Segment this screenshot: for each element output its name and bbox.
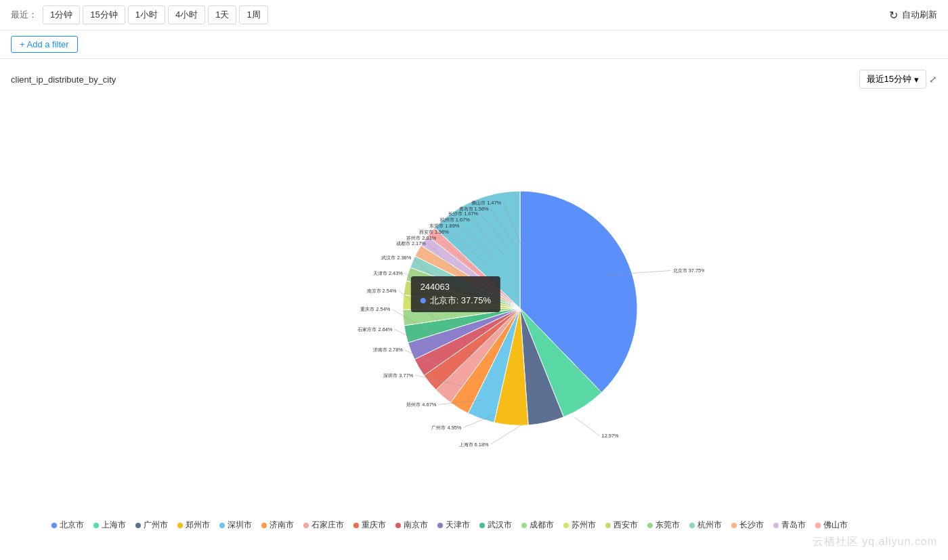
legend-label: 济南市	[270, 519, 294, 531]
legend-item: 天津市	[437, 519, 470, 531]
top-bar: 最近： 1分钟 15分钟 1小时 4小时 1天 1周 ↻ 自动刷新	[0, 0, 948, 30]
filter-bar: + Add a filter	[0, 30, 948, 59]
time-btn-1h[interactable]: 1小时	[128, 5, 165, 24]
svg-text:深圳市 3.77%: 深圳市 3.77%	[383, 372, 413, 379]
chart-time-dropdown[interactable]: 最近15分钟 ▾	[859, 70, 926, 89]
time-btn-1w[interactable]: 1周	[239, 5, 267, 24]
legend-item: 深圳市	[219, 519, 252, 531]
recent-label: 最近：	[11, 9, 37, 21]
legend-item: 济南市	[261, 519, 294, 531]
legend-item: 石家庄市	[303, 519, 344, 531]
legend-item: 成都市	[521, 519, 554, 531]
legend-dot	[93, 523, 99, 528]
legend-label: 郑州市	[186, 519, 210, 531]
svg-text:重庆市 2.54%: 重庆市 2.54%	[360, 307, 390, 313]
chart-header: client_ip_distribute_by_city 最近15分钟 ▾ ⤢	[11, 70, 937, 89]
svg-text:12.97%: 12.97%	[602, 433, 620, 439]
legend-item: 郑州市	[177, 519, 210, 531]
legend-dot	[731, 523, 737, 528]
svg-text:武汉市 2.38%: 武汉市 2.38%	[381, 255, 411, 261]
auto-refresh-label: 自动刷新	[902, 9, 937, 21]
legend-label: 佛山市	[823, 519, 848, 531]
legend-item: 西安市	[605, 519, 638, 531]
svg-text:青岛市 1.56%: 青岛市 1.56%	[459, 206, 489, 212]
svg-text:上海市 6.18%: 上海市 6.18%	[459, 441, 489, 448]
time-btn-4h[interactable]: 4小时	[168, 5, 205, 24]
pie-wrapper: 北京市 37.75% 12.97% 上海市 6.18% 广州市 4.95% 郑州…	[244, 108, 704, 500]
svg-text:南京市 2.54%: 南京市 2.54%	[367, 288, 397, 294]
svg-text:苏州市 2.01%: 苏州市 2.01%	[406, 235, 436, 241]
auto-refresh-button[interactable]: ↻ 自动刷新	[889, 9, 937, 22]
legend-dot	[177, 523, 183, 528]
chevron-down-icon: ▾	[914, 74, 919, 85]
chart-title: client_ip_distribute_by_city	[11, 74, 116, 85]
legend-dot	[563, 523, 569, 528]
pie-chart-svg: 北京市 37.75% 12.97% 上海市 6.18% 广州市 4.95% 郑州…	[244, 108, 704, 500]
legend-label: 天津市	[446, 519, 470, 531]
legend-dot	[773, 523, 779, 528]
legend-label: 苏州市	[572, 519, 596, 531]
legend-label: 石家庄市	[311, 519, 344, 531]
legend-dot	[219, 523, 225, 528]
legend-item: 长沙市	[731, 519, 764, 531]
expand-icon[interactable]: ⤢	[929, 74, 937, 85]
svg-text:成都市 2.17%: 成都市 2.17%	[396, 240, 426, 246]
svg-text:石家庄市 2.64%: 石家庄市 2.64%	[358, 326, 392, 332]
legend-dot	[521, 523, 527, 528]
svg-line-2	[574, 417, 599, 436]
svg-text:天津市 2.43%: 天津市 2.43%	[373, 270, 403, 276]
legend-dot	[51, 523, 57, 528]
svg-text:北京市 37.75%: 北京市 37.75%	[673, 267, 704, 274]
legend-label: 北京市	[60, 519, 84, 531]
chart-area: 北京市 37.75% 12.97% 上海市 6.18% 广州市 4.95% 郑州…	[11, 94, 937, 514]
legend-label: 长沙市	[739, 519, 764, 531]
legend-label: 东莞市	[655, 519, 680, 531]
legend-item: 苏州市	[563, 519, 596, 531]
legend-label: 青岛市	[781, 519, 806, 531]
legend-label: 南京市	[404, 519, 428, 531]
legend-dot	[353, 523, 359, 528]
legend-dot	[479, 523, 485, 528]
legend-item: 北京市	[51, 519, 84, 531]
legend-item: 武汉市	[479, 519, 512, 531]
legend-dot	[605, 523, 611, 528]
legend-dot	[395, 523, 401, 528]
add-filter-button[interactable]: + Add a filter	[11, 36, 78, 53]
legend-item: 上海市	[93, 519, 126, 531]
time-btn-1d[interactable]: 1天	[208, 5, 236, 24]
legend-label: 西安市	[613, 519, 638, 531]
legend-item: 广州市	[135, 519, 168, 531]
svg-text:郑州市 4.67%: 郑州市 4.67%	[406, 402, 436, 408]
legend-label: 重庆市	[362, 519, 386, 531]
svg-text:济南市 2.78%: 济南市 2.78%	[373, 347, 403, 353]
legend-dot	[135, 523, 141, 528]
legend-dot	[303, 523, 309, 528]
svg-text:杭州市 1.67%: 杭州市 1.67%	[439, 217, 470, 223]
legend-label: 上海市	[102, 519, 126, 531]
svg-text:东莞市 1.89%: 东莞市 1.89%	[429, 223, 459, 229]
watermark: 云栖社区 yq.aliyun.com	[813, 535, 937, 547]
chart-legend: 北京市上海市广州市郑州市深圳市济南市石家庄市重庆市南京市天津市武汉市成都市苏州市…	[11, 514, 937, 536]
legend-label: 成都市	[530, 519, 554, 531]
chart-section: client_ip_distribute_by_city 最近15分钟 ▾ ⤢	[0, 59, 948, 547]
legend-item: 佛山市	[815, 519, 848, 531]
refresh-icon: ↻	[889, 9, 898, 22]
legend-dot	[437, 523, 443, 528]
legend-dot	[689, 523, 695, 528]
svg-text:佛山市 1.47%: 佛山市 1.47%	[471, 200, 501, 206]
legend-item: 青岛市	[773, 519, 806, 531]
time-filter-group: 最近： 1分钟 15分钟 1小时 4小时 1天 1周	[11, 5, 268, 24]
legend-dot	[261, 523, 267, 528]
legend-label: 杭州市	[697, 519, 722, 531]
time-btn-1min[interactable]: 1分钟	[43, 5, 80, 24]
chart-time-value: 最近15分钟	[867, 73, 911, 85]
legend-dot	[815, 523, 821, 528]
time-btn-15min[interactable]: 15分钟	[83, 5, 125, 24]
legend-label: 武汉市	[488, 519, 512, 531]
legend-dot	[647, 523, 653, 528]
legend-item: 重庆市	[353, 519, 386, 531]
legend-item: 东莞市	[647, 519, 680, 531]
legend-label: 深圳市	[228, 519, 252, 531]
svg-text:西安市 1.96%: 西安市 1.96%	[419, 229, 449, 235]
legend-item: 南京市	[395, 519, 428, 531]
